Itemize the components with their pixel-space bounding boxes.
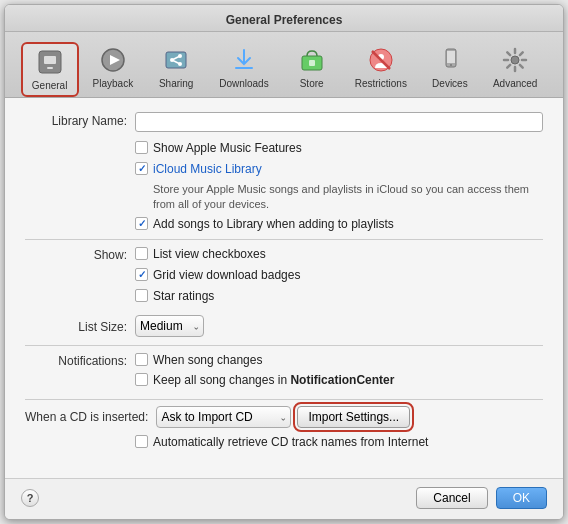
auto-retrieve-checkbox-row: Automatically retrieve CD track names fr… bbox=[135, 434, 543, 451]
add-songs-checkbox[interactable] bbox=[135, 217, 148, 230]
apple-music-row: Show Apple Music Features bbox=[135, 140, 543, 157]
add-songs-label: Add songs to Library when adding to play… bbox=[153, 216, 394, 233]
toolbar-item-restrictions[interactable]: Restrictions bbox=[345, 38, 417, 97]
grid-view-row: Grid view download badges bbox=[135, 267, 543, 284]
list-size-label: List Size: bbox=[25, 318, 135, 334]
svg-point-18 bbox=[511, 56, 519, 64]
general-icon bbox=[34, 46, 66, 78]
toolbar-label-devices: Devices bbox=[432, 78, 468, 89]
cd-section: When a CD is inserted: Ask to Import CD … bbox=[25, 406, 543, 428]
help-button[interactable]: ? bbox=[21, 489, 39, 507]
apple-music-block: Show Apple Music Features iCloud Music L… bbox=[135, 140, 543, 233]
keep-all-checkbox[interactable] bbox=[135, 373, 148, 386]
library-name-input[interactable] bbox=[135, 112, 543, 132]
list-view-row: List view checkboxes bbox=[135, 246, 543, 263]
when-song-row: When song changes bbox=[135, 352, 543, 369]
svg-line-24 bbox=[520, 65, 523, 68]
toolbar-item-general[interactable]: General bbox=[21, 42, 79, 97]
toolbar-label-playback: Playback bbox=[93, 78, 134, 89]
toolbar-label-sharing: Sharing bbox=[159, 78, 193, 89]
library-name-field bbox=[135, 112, 543, 132]
grid-view-checkbox[interactable] bbox=[135, 268, 148, 281]
toolbar-label-restrictions: Restrictions bbox=[355, 78, 407, 89]
when-song-label: When song changes bbox=[153, 352, 262, 369]
icloud-music-row: iCloud Music Library bbox=[135, 161, 543, 178]
store-icon bbox=[296, 44, 328, 76]
toolbar-label-general: General bbox=[32, 80, 68, 91]
svg-rect-2 bbox=[47, 67, 53, 69]
toolbar-item-devices[interactable]: Devices bbox=[421, 38, 479, 97]
sharing-icon bbox=[160, 44, 192, 76]
svg-rect-11 bbox=[309, 60, 315, 66]
keep-all-row: Keep all song changes in NotificationCen… bbox=[135, 372, 543, 389]
devices-icon bbox=[434, 44, 466, 76]
notifications-label: Notifications: bbox=[25, 352, 135, 368]
advanced-icon bbox=[499, 44, 531, 76]
toolbar-item-downloads[interactable]: Downloads bbox=[209, 38, 278, 97]
svg-point-8 bbox=[170, 58, 174, 62]
toolbar-item-sharing[interactable]: Sharing bbox=[147, 38, 205, 97]
svg-line-23 bbox=[507, 52, 510, 55]
apple-music-checkbox[interactable] bbox=[135, 141, 148, 154]
cd-label: When a CD is inserted: bbox=[25, 410, 156, 424]
svg-rect-16 bbox=[447, 51, 455, 63]
notification-center-text: NotificationCenter bbox=[290, 373, 394, 387]
auto-retrieve-label: Automatically retrieve CD track names fr… bbox=[153, 434, 428, 451]
when-song-checkbox[interactable] bbox=[135, 353, 148, 366]
list-size-select-wrap: Small Medium Large bbox=[135, 315, 204, 337]
list-size-row: List Size: Small Medium Large bbox=[25, 315, 543, 337]
import-settings-button[interactable]: Import Settings... bbox=[297, 406, 410, 428]
auto-retrieve-checkbox[interactable] bbox=[135, 435, 148, 448]
toolbar-label-downloads: Downloads bbox=[219, 78, 268, 89]
svg-line-25 bbox=[520, 52, 523, 55]
svg-rect-5 bbox=[166, 52, 186, 68]
svg-line-26 bbox=[507, 65, 510, 68]
star-ratings-row: Star ratings bbox=[135, 288, 543, 305]
toolbar-item-advanced[interactable]: Advanced bbox=[483, 38, 547, 97]
divider-3 bbox=[25, 399, 543, 400]
toolbar-label-advanced: Advanced bbox=[493, 78, 537, 89]
downloads-icon bbox=[228, 44, 260, 76]
divider-2 bbox=[25, 345, 543, 346]
show-label: Show: bbox=[25, 246, 135, 262]
star-ratings-checkbox[interactable] bbox=[135, 289, 148, 302]
library-name-row: Library Name: bbox=[25, 112, 543, 132]
list-view-label: List view checkboxes bbox=[153, 246, 266, 263]
svg-point-17 bbox=[450, 64, 452, 66]
playback-icon bbox=[97, 44, 129, 76]
cd-select[interactable]: Ask to Import CD Import CD Import CD and… bbox=[156, 406, 291, 428]
toolbar-label-store: Store bbox=[300, 78, 324, 89]
library-name-label: Library Name: bbox=[25, 112, 135, 128]
divider-1 bbox=[25, 239, 543, 240]
list-view-checkbox[interactable] bbox=[135, 247, 148, 260]
show-section: Show: List view checkboxes Grid view dow… bbox=[25, 246, 543, 308]
add-songs-row: Add songs to Library when adding to play… bbox=[135, 216, 543, 233]
svg-rect-9 bbox=[235, 67, 253, 69]
star-ratings-label: Star ratings bbox=[153, 288, 214, 305]
cd-select-wrap: Ask to Import CD Import CD Import CD and… bbox=[156, 406, 291, 428]
show-checks: List view checkboxes Grid view download … bbox=[135, 246, 543, 308]
content-area: Library Name: Show Apple Music Features … bbox=[5, 98, 563, 478]
bottom-bar: ? Cancel OK bbox=[5, 478, 563, 519]
bottom-buttons: Cancel OK bbox=[416, 487, 547, 509]
icloud-music-label: iCloud Music Library bbox=[153, 161, 262, 178]
toolbar: General Playback bbox=[5, 32, 563, 98]
apple-music-label: Show Apple Music Features bbox=[153, 140, 302, 157]
cancel-button[interactable]: Cancel bbox=[416, 487, 487, 509]
keep-all-label: Keep all song changes in NotificationCen… bbox=[153, 372, 394, 389]
icloud-sub-text: Store your Apple Music songs and playlis… bbox=[153, 182, 543, 213]
toolbar-item-playback[interactable]: Playback bbox=[83, 38, 144, 97]
grid-view-label: Grid view download badges bbox=[153, 267, 300, 284]
icloud-music-checkbox[interactable] bbox=[135, 162, 148, 175]
cd-controls: Ask to Import CD Import CD Import CD and… bbox=[156, 406, 410, 428]
list-size-select[interactable]: Small Medium Large bbox=[135, 315, 204, 337]
restrictions-icon bbox=[365, 44, 397, 76]
notifications-section: Notifications: When song changes Keep al… bbox=[25, 352, 543, 394]
notifications-checks: When song changes Keep all song changes … bbox=[135, 352, 543, 394]
ok-button[interactable]: OK bbox=[496, 487, 547, 509]
auto-retrieve-row: Automatically retrieve CD track names fr… bbox=[135, 434, 543, 451]
svg-point-7 bbox=[178, 62, 182, 66]
toolbar-item-store[interactable]: Store bbox=[283, 38, 341, 97]
svg-rect-1 bbox=[44, 56, 56, 64]
title-bar: General Preferences bbox=[5, 5, 563, 32]
